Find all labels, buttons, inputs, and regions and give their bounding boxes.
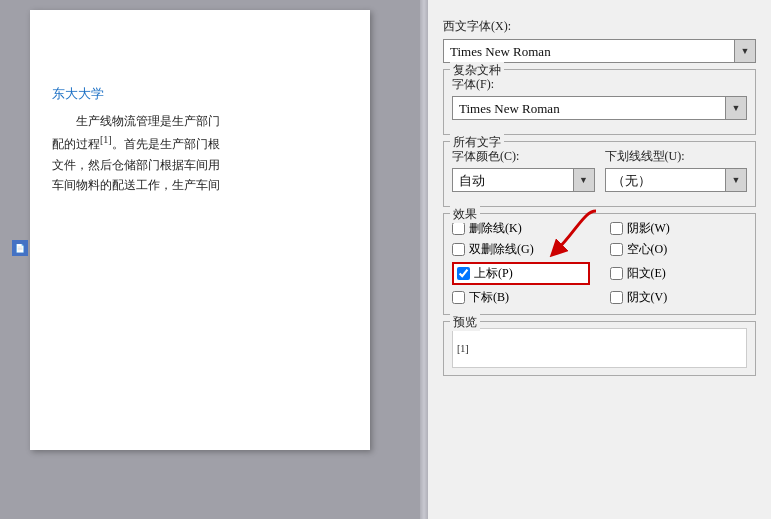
doc-ref: [1] xyxy=(100,134,112,145)
document-panel: 东大大学 生产线物流管理是生产部门 配的过程[1]。首先是生产部门根 文件，然后… xyxy=(0,0,420,519)
effect-strikethrough-checkbox[interactable] xyxy=(452,222,465,235)
underline-col: 下划线线型(U): （无） xyxy=(605,148,748,198)
underline-label: 下划线线型(U): xyxy=(605,148,748,165)
effect-subscript-row: 下标(B) xyxy=(452,289,590,306)
complex-font-dropdown-container: Times New Roman xyxy=(452,96,747,120)
doc-university: 东大大学 xyxy=(52,85,352,103)
doc-text-block: 生产线物流管理是生产部门 配的过程[1]。首先是生产部门根 文件，然后仓储部门根… xyxy=(52,111,352,196)
doc-text-line1: 生产线物流管理是生产部门 xyxy=(76,114,220,128)
doc-icon: 📄 xyxy=(12,240,28,256)
western-font-label: 西文字体(X): xyxy=(443,18,756,35)
western-font-select[interactable]: Times New Roman xyxy=(443,39,756,63)
effect-emboss-row: 阳文(E) xyxy=(610,262,748,285)
doc-page: 东大大学 生产线物流管理是生产部门 配的过程[1]。首先是生产部门根 文件，然后… xyxy=(30,10,370,450)
effect-double-strikethrough-label: 双删除线(G) xyxy=(469,241,534,258)
effect-engrave-checkbox[interactable] xyxy=(610,291,623,304)
effects-label: 效果 xyxy=(450,206,480,223)
effect-subscript-label: 下标(B) xyxy=(469,289,509,306)
all-text-label: 所有文字 xyxy=(450,134,504,151)
effect-superscript-label: 上标(P) xyxy=(474,265,513,282)
effect-hollow-row: 空心(O) xyxy=(610,241,748,258)
underline-select[interactable]: （无） xyxy=(605,168,748,192)
effect-subscript-checkbox[interactable] xyxy=(452,291,465,304)
effect-hollow-label: 空心(O) xyxy=(627,241,668,258)
effect-engrave-label: 阴文(V) xyxy=(627,289,668,306)
complex-section-label: 复杂文种 xyxy=(450,62,504,79)
effect-emboss-label: 阳文(E) xyxy=(627,265,666,282)
western-font-dropdown-container: Times New Roman xyxy=(443,39,756,63)
effect-superscript-checkbox[interactable] xyxy=(457,267,470,280)
effect-hollow-checkbox[interactable] xyxy=(610,243,623,256)
complex-font-select[interactable]: Times New Roman xyxy=(452,96,747,120)
underline-dropdown-container: （无） xyxy=(605,168,748,192)
effect-shadow-label: 阴影(W) xyxy=(627,220,670,237)
effect-shadow-row: 阴影(W) xyxy=(610,220,748,237)
preview-label: 预览 xyxy=(450,314,480,331)
font-color-col: 字体颜色(C): 自动 xyxy=(452,148,595,198)
effect-emboss-checkbox[interactable] xyxy=(610,267,623,280)
doc-text-line4: 车间物料的配送工作，生产车间 xyxy=(52,178,220,192)
preview-text: [1] xyxy=(457,343,469,354)
font-color-select[interactable]: 自动 xyxy=(452,168,595,192)
doc-text-line3: 文件，然后仓储部门根据车间用 xyxy=(52,158,220,172)
effect-superscript-row: 上标(P) xyxy=(452,262,590,285)
effect-shadow-checkbox[interactable] xyxy=(610,222,623,235)
red-arrow-icon xyxy=(536,206,601,261)
preview-content: [1] xyxy=(452,328,747,368)
preview-section: 预览 [1] xyxy=(443,321,756,376)
all-text-section: 所有文字 字体颜色(C): 自动 下划线线型(U): （无） xyxy=(443,141,756,207)
font-color-dropdown-container: 自动 xyxy=(452,168,595,192)
complex-script-group: 复杂文种 字体(F): Times New Roman xyxy=(443,69,756,135)
effect-double-strikethrough-checkbox[interactable] xyxy=(452,243,465,256)
effect-engrave-row: 阴文(V) xyxy=(610,289,748,306)
all-text-cols: 字体颜色(C): 自动 下划线线型(U): （无） xyxy=(452,148,747,198)
doc-text-line2: 配的过程[1]。首先是生产部门根 xyxy=(52,137,220,151)
panel-divider xyxy=(420,0,428,519)
dialog-panel: 西文字体(X): Times New Roman 复杂文种 字体(F): Tim… xyxy=(428,0,771,519)
